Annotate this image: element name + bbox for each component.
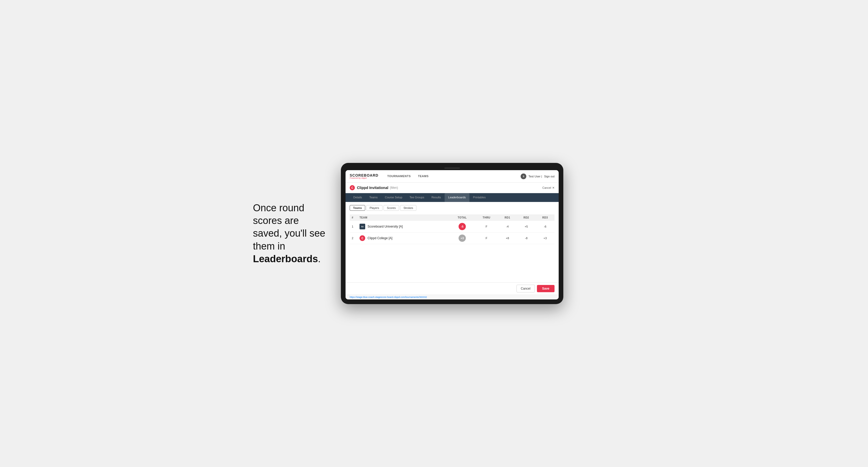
- thru-1: F: [475, 221, 498, 232]
- filter-scores-button[interactable]: Scores: [383, 205, 399, 211]
- sidebar-line3: saved, you'll see: [253, 228, 326, 239]
- footer-bar: Cancel Save: [345, 282, 559, 294]
- user-avatar: S: [521, 174, 526, 179]
- tablet-notch: [345, 167, 559, 168]
- rd2-1: +5: [517, 221, 536, 232]
- sidebar-line4: them in: [253, 241, 285, 252]
- rank-1: 1: [350, 221, 358, 232]
- tablet-notch-bar: [444, 167, 460, 168]
- score-badge-red-1: -5: [459, 223, 466, 230]
- team-name-2: C Clippd College [A]: [358, 232, 450, 244]
- table-row: 2 C Clippd College [A] +3 F +8 -8 +3: [350, 232, 555, 244]
- nav-item-tournaments[interactable]: TOURNAMENTS: [383, 170, 414, 183]
- rd3-2: +3: [536, 232, 555, 244]
- close-icon: ✕: [552, 186, 555, 190]
- team-logo-1: SU: [360, 224, 365, 229]
- col-rd2: RD2: [517, 214, 536, 221]
- filter-teams-button[interactable]: Teams: [350, 205, 365, 211]
- rd3-1: -6: [536, 221, 555, 232]
- tab-course-setup[interactable]: Course Setup: [381, 193, 406, 202]
- tournament-cancel-button[interactable]: Cancel ✕: [542, 186, 555, 190]
- cancel-button[interactable]: Cancel: [517, 285, 535, 292]
- tournament-title: Clippd Invitational: [357, 186, 388, 190]
- sidebar-line5-bold: Leaderboards: [253, 253, 318, 264]
- logo-area: SCOREBOARD Powered by clippd: [350, 174, 378, 179]
- content-area: Teams Players Scores Strokes # TEAM TOTA…: [345, 202, 559, 282]
- url-text: https://stage-blue-coach.stagescore boar…: [350, 296, 427, 299]
- top-nav: SCOREBOARD Powered by clippd TOURNAMENTS…: [345, 170, 559, 183]
- nav-items: TOURNAMENTS TEAMS: [383, 170, 516, 183]
- save-button[interactable]: Save: [537, 285, 555, 292]
- tournament-subtitle: (Men): [390, 186, 398, 190]
- tab-tee-groups[interactable]: Tee Groups: [406, 193, 428, 202]
- url-bar: https://stage-blue-coach.stagescore boar…: [345, 294, 559, 300]
- rd1-2: +8: [498, 232, 517, 244]
- col-rd1: RD1: [498, 214, 517, 221]
- filter-players-button[interactable]: Players: [366, 205, 382, 211]
- tab-results[interactable]: Results: [428, 193, 444, 202]
- powered-by-text: Powered by: [350, 177, 361, 179]
- sidebar-line1: Once round: [253, 203, 304, 213]
- total-1: -5: [450, 221, 475, 232]
- team-name-1: SU Scoreboard University [A]: [358, 221, 450, 232]
- tournament-header: C Clippd Invitational (Men) Cancel ✕: [345, 183, 559, 193]
- col-total: TOTAL: [450, 214, 475, 221]
- team-name-text-1: Scoreboard University [A]: [368, 225, 403, 228]
- tab-teams[interactable]: Teams: [366, 193, 381, 202]
- col-rank: #: [350, 214, 358, 221]
- logo-powered: Powered by clippd: [350, 177, 378, 179]
- col-team: TEAM: [358, 214, 450, 221]
- tournament-icon: C: [350, 185, 355, 190]
- tablet-screen: SCOREBOARD Powered by clippd TOURNAMENTS…: [345, 170, 559, 300]
- col-thru: THRU: [475, 214, 498, 221]
- table-header-row: # TEAM TOTAL THRU RD1 RD2 RD3: [350, 214, 555, 221]
- page-wrapper: Once round scores are saved, you'll see …: [253, 163, 615, 304]
- table-row: 1 SU Scoreboard University [A] -5 F -4 +…: [350, 221, 555, 232]
- tablet-device: SCOREBOARD Powered by clippd TOURNAMENTS…: [341, 163, 563, 304]
- cancel-label: Cancel: [542, 186, 551, 189]
- sign-out-link[interactable]: Sign out: [544, 175, 555, 178]
- nav-right: S Test User | Sign out: [521, 174, 555, 179]
- filter-row: Teams Players Scores Strokes: [350, 205, 555, 211]
- rd2-2: -8: [517, 232, 536, 244]
- logo-text: SCOREBOARD: [350, 174, 378, 177]
- sidebar-line5-end: .: [318, 253, 321, 264]
- total-2: +3: [450, 232, 475, 244]
- filter-strokes-button[interactable]: Strokes: [400, 205, 416, 211]
- sidebar-text: Once round scores are saved, you'll see …: [253, 202, 326, 266]
- team-logo-2: C: [360, 235, 365, 241]
- nav-user-name: Test User |: [528, 175, 542, 178]
- tab-details[interactable]: Details: [350, 193, 366, 202]
- col-rd3: RD3: [536, 214, 555, 221]
- tab-leaderboards[interactable]: Leaderboards: [444, 193, 469, 202]
- tab-bar: Details Teams Course Setup Tee Groups Re…: [345, 193, 559, 202]
- nav-item-teams[interactable]: TEAMS: [414, 170, 432, 183]
- team-name-text-2: Clippd College [A]: [368, 236, 392, 240]
- leaderboard-table: # TEAM TOTAL THRU RD1 RD2 RD3 1: [350, 214, 555, 244]
- tab-printables[interactable]: Printables: [469, 193, 489, 202]
- brand-text: clippd: [361, 177, 367, 179]
- sidebar-line2: scores are: [253, 215, 299, 226]
- rank-2: 2: [350, 232, 358, 244]
- score-badge-gray-2: +3: [459, 235, 466, 242]
- thru-2: F: [475, 232, 498, 244]
- rd1-1: -4: [498, 221, 517, 232]
